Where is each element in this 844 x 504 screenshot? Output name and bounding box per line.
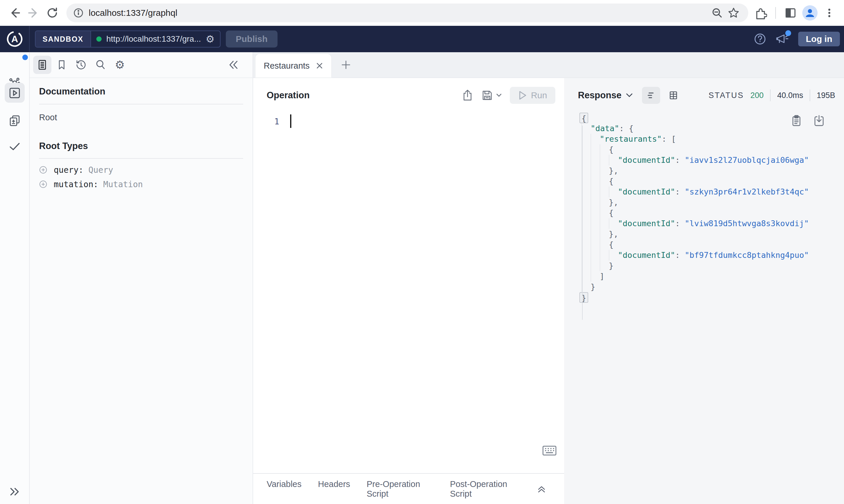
save-operation-group[interactable] <box>481 89 502 102</box>
docs-title: Documentation <box>39 86 243 97</box>
divider <box>39 158 243 159</box>
json-line: { <box>582 176 809 186</box>
endpoint-url[interactable]: http://localhost:1337/gra... <box>106 34 201 44</box>
endpoint-selector[interactable]: SANDBOX http://localhost:1337/gra... ⚙ <box>35 31 221 48</box>
fold-toggle[interactable]: } <box>580 292 588 303</box>
settings-gear-icon[interactable]: ⚙ <box>111 56 129 74</box>
svg-text:A: A <box>11 34 18 44</box>
json-line: { <box>582 144 809 155</box>
operation-panel: Operation Run <box>253 78 564 504</box>
run-button[interactable]: Run <box>510 87 555 104</box>
documentation-tab-icon[interactable] <box>33 56 51 74</box>
search-icon[interactable] <box>91 56 109 74</box>
footer-tab-variables[interactable]: Variables <box>266 479 302 499</box>
saved-operations-icon[interactable] <box>53 56 71 74</box>
collapse-footer-icon[interactable] <box>536 484 547 494</box>
apollo-logo[interactable]: A <box>0 26 30 52</box>
response-dropdown-chevron-icon <box>625 93 633 98</box>
metric-divider <box>810 89 810 101</box>
response-json[interactable]: {"data": {"restaurants": [{"documentId":… <box>582 113 809 303</box>
browser-chrome: localhost:1337/graphql <box>0 0 844 26</box>
json-line: ] <box>582 271 809 282</box>
editor-line-number: 1 <box>274 117 279 126</box>
json-line: } <box>582 260 809 271</box>
expand-plus-icon[interactable] <box>39 180 47 188</box>
connected-status-dot <box>96 36 102 42</box>
response-title-group[interactable]: Response <box>578 90 633 101</box>
json-line: }, <box>582 165 809 176</box>
login-button[interactable]: Log in <box>798 32 840 46</box>
json-line: }, <box>582 229 809 239</box>
browser-menu-icon[interactable] <box>820 3 839 22</box>
json-line: "data": { <box>582 123 809 134</box>
json-line: "documentId": "iavv1s2l27uoblqcjai06wga" <box>582 155 809 165</box>
save-options-chevron-icon <box>496 93 502 98</box>
explorer-play-icon[interactable] <box>8 87 21 99</box>
history-icon[interactable] <box>72 56 90 74</box>
operation-footer-tabs: VariablesHeadersPre-Operation ScriptPost… <box>266 479 520 499</box>
documentation-panel: ⚙ Documentation Root Root Types query: Q… <box>30 52 253 504</box>
left-rail <box>0 52 30 504</box>
type-field-name: query: <box>54 165 88 175</box>
response-title: Response <box>578 90 621 101</box>
tab-strip: Restaurants <box>253 52 844 78</box>
new-tab-icon[interactable] <box>339 58 353 72</box>
fold-guide-line <box>582 126 583 320</box>
collapse-panel-icon[interactable] <box>228 60 240 70</box>
footer-tab-headers[interactable]: Headers <box>318 479 350 499</box>
fold-toggle[interactable]: { <box>580 113 588 123</box>
checks-icon[interactable] <box>8 140 21 153</box>
run-play-icon <box>518 90 527 100</box>
sandbox-chip: SANDBOX <box>36 31 91 47</box>
help-icon[interactable] <box>754 33 767 46</box>
profile-avatar[interactable] <box>802 5 817 20</box>
root-type-mutation[interactable]: mutation: Mutation <box>39 179 243 190</box>
tab-label: Restaurants <box>264 61 314 71</box>
announcements-icon[interactable] <box>775 33 789 46</box>
copy-response-icon[interactable] <box>791 114 802 127</box>
changesets-icon[interactable] <box>8 114 21 127</box>
json-line: "documentId": "bf97tfdumkcc8ptahkng4puo" <box>582 250 809 260</box>
download-response-icon[interactable] <box>813 114 825 127</box>
json-line: } <box>582 282 809 292</box>
footer-tab-post-operation-script[interactable]: Post-Operation Script <box>450 479 520 499</box>
extensions-icon[interactable] <box>751 3 770 22</box>
tab-restaurants[interactable]: Restaurants <box>256 54 331 77</box>
json-line: { <box>582 113 809 123</box>
notification-badge <box>785 30 791 36</box>
apollo-header: A SANDBOX http://localhost:1337/gra... ⚙… <box>0 26 844 52</box>
zoom-out-icon[interactable] <box>709 5 725 21</box>
site-info-icon[interactable] <box>73 7 84 18</box>
response-metrics: STATUS 200 40.0ms 195B <box>709 89 835 101</box>
browser-forward-icon[interactable] <box>24 3 43 22</box>
json-line: "documentId": "szkyn3pr64r1v2lkebf3t4qc" <box>582 186 809 197</box>
save-icon <box>481 89 493 102</box>
url-text[interactable]: localhost:1337/graphql <box>89 8 709 18</box>
json-line: "documentId": "lviw819d5htwvga8s3kovdij" <box>582 218 809 229</box>
bookmark-star-icon[interactable] <box>725 5 742 21</box>
divider <box>39 104 243 105</box>
root-type-query[interactable]: query: Query <box>39 165 243 175</box>
endpoint-settings-icon[interactable]: ⚙ <box>206 34 214 44</box>
json-line: }, <box>582 197 809 208</box>
table-view-toggle[interactable] <box>664 87 683 104</box>
docs-root-item[interactable]: Root <box>39 112 243 122</box>
browser-toolbar-right <box>751 3 839 22</box>
browser-url-bar[interactable]: localhost:1337/graphql <box>66 3 748 22</box>
expand-plus-icon[interactable] <box>39 166 47 174</box>
operation-footer: VariablesHeadersPre-Operation ScriptPost… <box>253 473 564 504</box>
browser-reload-icon[interactable] <box>43 3 62 22</box>
keyboard-shortcuts-icon[interactable] <box>542 445 557 456</box>
schema-update-dot <box>22 55 28 60</box>
expand-rail-icon[interactable] <box>8 486 21 497</box>
browser-back-icon[interactable] <box>5 3 24 22</box>
json-view-toggle[interactable] <box>642 87 660 104</box>
json-line: { <box>582 208 809 218</box>
share-operation-icon[interactable] <box>462 89 473 102</box>
tab-close-icon[interactable] <box>314 60 325 72</box>
footer-tab-pre-operation-script[interactable]: Pre-Operation Script <box>366 479 433 499</box>
publish-button[interactable]: Publish <box>226 31 277 48</box>
side-panel-icon[interactable] <box>781 3 800 22</box>
json-line: } <box>582 292 809 303</box>
operation-editor[interactable]: 1 <box>253 104 564 126</box>
